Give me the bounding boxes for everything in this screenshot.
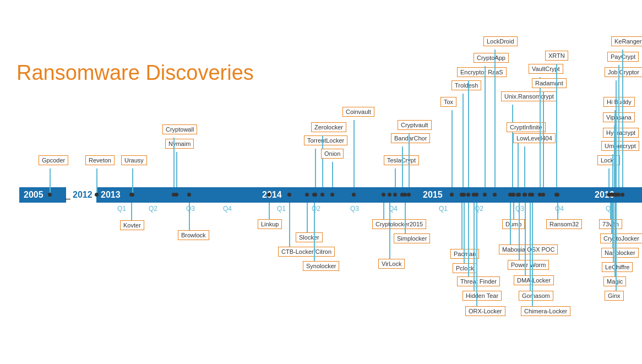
threat-label-threat-finder: Threat Finder	[457, 276, 500, 286]
connector-line-above-15	[485, 66, 486, 187]
connector-line-above-12	[451, 110, 453, 187]
dot-below-20	[556, 193, 559, 197]
dot-below-5	[312, 193, 316, 197]
connector-line-below-8	[405, 203, 406, 236]
connector-line-above-7	[332, 162, 333, 187]
quarter-label-8: Q1	[439, 205, 448, 213]
connector-line-above-2	[132, 169, 133, 193]
threat-label-pacman: Pacman	[450, 249, 479, 259]
threat-label-cryptvault: Cryptvault	[398, 120, 432, 130]
threat-label-mabouia-osx-poc: Mabouia OSX POC	[499, 245, 558, 254]
connector-line-above-21	[543, 91, 544, 187]
threat-label-radamant: Radamant	[532, 78, 567, 88]
connector-line-below-16	[519, 203, 520, 262]
connector-line-above-1	[96, 169, 97, 193]
dot-below-4	[287, 193, 291, 197]
connector-line-above-29	[618, 65, 619, 187]
threat-label-keranger: KeRanger	[611, 36, 642, 46]
dot-below-7	[388, 193, 391, 197]
dot-below-3	[305, 193, 309, 197]
dot-below-13	[475, 193, 478, 197]
dot-below-8	[403, 193, 407, 197]
connector-line-above-4	[173, 138, 175, 187]
threat-label-nanolocker: Nanolocker	[601, 248, 639, 258]
dot-below-6	[382, 193, 385, 197]
connector-line-below-17	[525, 203, 526, 278]
dot-above-16	[493, 193, 497, 197]
connector-line-above-3	[176, 152, 177, 187]
threat-label-ransom32: Ransom32	[546, 219, 582, 229]
connector-line-below-26	[616, 203, 617, 293]
threat-label-onion: Onion	[321, 149, 344, 159]
threat-label-troldesh: Troldesh	[451, 80, 481, 90]
threat-label-gpcoder: Gpcoder	[39, 155, 68, 165]
dot-below-11	[466, 193, 470, 197]
page-title: Ransomware Discoveries	[17, 61, 254, 86]
dot-above-30	[621, 193, 624, 197]
dot-below-15	[508, 193, 512, 197]
connector-line-below-2	[269, 203, 270, 221]
connector-line-above-19	[524, 146, 525, 187]
threat-label-73v3n: 73v3n	[599, 219, 622, 229]
connector-line-below-1	[189, 203, 190, 232]
quarter-label-10: Q3	[515, 205, 524, 213]
year-label-2013: 2013	[101, 190, 121, 200]
dot-below-26	[614, 193, 618, 197]
dot-above-6	[320, 193, 324, 197]
threat-label-virlock: VirLock	[378, 259, 405, 269]
threat-label-gomasom: Gomasom	[519, 291, 553, 301]
threat-label-dumb: Dumb	[502, 219, 525, 229]
quarter-label-4: Q1	[277, 205, 286, 213]
dot-below-0	[129, 193, 133, 197]
quarter-label-5: Q2	[312, 205, 320, 213]
connector-line-above-18	[518, 135, 519, 187]
connector-line-below-7	[389, 203, 390, 261]
quarter-label-6: Q3	[350, 205, 359, 213]
threat-label-bandarchor: BandarChor	[391, 133, 430, 143]
quarter-label-3: Q4	[223, 205, 232, 213]
threat-label-encryptor-raas: Encryptor RaaS	[457, 67, 507, 77]
dot-above-8	[352, 193, 356, 197]
dot-below-10	[462, 193, 466, 197]
quarter-label-11: Q4	[555, 205, 564, 213]
connector-line-above-0	[50, 169, 51, 193]
connector-line-below-14	[513, 203, 514, 221]
threat-label-hydracrypt: Hydracrypt	[603, 128, 639, 138]
connector-line-above-24	[612, 154, 613, 187]
threat-label-nymaim: Nymaim	[165, 139, 194, 149]
connector-line-above-6	[322, 135, 323, 187]
connector-line-below-0	[131, 203, 132, 222]
connector-line-below-10	[464, 203, 465, 265]
year-label-2015: 2015	[423, 190, 443, 200]
timeline-dash: –	[65, 193, 70, 204]
connector-line-above-8	[353, 120, 355, 187]
year-label-2012: 2012	[73, 187, 93, 203]
connector-line-below-6	[383, 203, 384, 221]
threat-label-job-cryptor: Job Cryptor	[605, 67, 642, 77]
threat-label-xrtn: XRTN	[545, 51, 568, 61]
connector-line-above-13	[463, 94, 464, 187]
dot-above-15	[483, 193, 487, 197]
dot-above-7	[330, 193, 334, 197]
threat-label-lechiffre: LeChiffre	[602, 262, 633, 272]
threat-label-locky: Locky	[597, 155, 620, 165]
dot-below-17	[523, 193, 527, 197]
connector-line-above-9	[395, 169, 396, 187]
connector-line-below-3	[307, 203, 308, 235]
dot-above-0	[48, 193, 52, 197]
threat-label-magic: Magic	[603, 276, 626, 286]
threat-label-chimera-locker: Chimera-Locker	[521, 306, 570, 316]
quarter-label-2: Q3	[186, 205, 195, 213]
threat-label-dma-locker: DMA-Locker	[514, 275, 554, 285]
threat-label-torrentlocker: TorrentLocker	[304, 135, 347, 145]
connector-line-above-5	[315, 149, 316, 187]
threat-label-tox: Tox	[440, 97, 456, 107]
connector-line-above-23	[608, 169, 610, 187]
threat-label-coinvault: Coinvault	[342, 107, 374, 117]
connector-line-above-16	[494, 50, 496, 187]
threat-label-cryptolocker2015: Cryptolocker2015	[372, 219, 426, 229]
connector-line-above-14	[468, 80, 469, 187]
connector-line-below-5	[314, 203, 315, 263]
threat-label-synolocker: Synolocker	[303, 261, 339, 271]
connector-line-below-15	[510, 203, 511, 247]
